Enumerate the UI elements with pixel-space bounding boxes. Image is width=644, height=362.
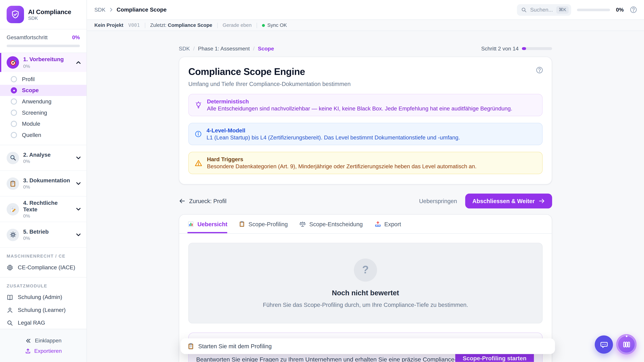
last-step: Zuletzt: Compliance Scope	[150, 22, 212, 28]
sidebar-item-scope[interactable]: Scope	[0, 85, 86, 96]
sidebar-section-betrieb[interactable]: 5. Betrieb 0%	[0, 222, 86, 248]
sidebar-section-rechtliche-texte[interactable]: 4. Rechtliche Texte 0%	[0, 196, 86, 222]
scales-icon	[299, 221, 306, 227]
item-label: Anwendung	[22, 98, 52, 105]
tab-export[interactable]: Export	[374, 215, 401, 233]
shield-check-icon	[10, 9, 20, 19]
upload-icon	[25, 348, 31, 354]
chevron-down-icon	[75, 232, 82, 238]
item-label: Profil	[22, 76, 35, 82]
radio-circle-icon	[11, 110, 17, 116]
back-button[interactable]: Zurueck: Profil	[179, 198, 226, 204]
section-progress: 0%	[23, 236, 71, 241]
tab-scope-profiling[interactable]: Scope-Profiling	[239, 215, 288, 233]
item-label: Schulung (Admin)	[18, 294, 62, 300]
magnifier-icon	[6, 151, 19, 164]
sidebar-section-vorbereitung[interactable]: 1. Vorbereitung 0%	[0, 53, 86, 72]
panel-fab-button[interactable]	[616, 334, 636, 355]
divider	[145, 22, 145, 28]
clipboard-icon	[239, 221, 245, 227]
divider	[256, 22, 257, 28]
sidebar-item-quellen[interactable]: Quellen	[0, 129, 86, 141]
tab-bar: Uebersicht Scope-Profiling	[179, 215, 552, 234]
breadcrumb-root[interactable]: SDK	[94, 6, 106, 13]
chat-fab-button[interactable]	[595, 335, 613, 354]
tab-label: Export	[384, 221, 401, 227]
breadcrumb-current-step: Scope	[258, 45, 274, 52]
floating-hint-bar[interactable]: Starten Sie mit dem Profiling	[180, 338, 555, 354]
section-label: 3. Dokumentation	[23, 177, 71, 184]
sidebar-section-analyse[interactable]: 2. Analyse 0%	[0, 145, 86, 171]
main-scroll-area[interactable]: SDK Phase 1: Assessment Scope Schritt 2 …	[87, 31, 644, 362]
app-window: AI Compliance SDK Gesamtfortschritt 0% 1…	[0, 0, 644, 362]
content-area: SDK Compliance Scope Suchen... ⌘K 0%	[87, 0, 644, 362]
sidebar-item-schulung-admin[interactable]: Schulung (Admin)	[0, 291, 86, 304]
info-box-title: Deterministisch	[207, 98, 512, 105]
item-label: CE-Compliance (IACE)	[18, 264, 75, 271]
collapse-sidebar-button[interactable]: Einklappen	[25, 337, 62, 344]
wizard-nav-row: Zurueck: Profil Ueberspringen Abschliess…	[179, 194, 552, 209]
export-button[interactable]: Exportieren	[25, 348, 62, 354]
tab-uebersicht[interactable]: Uebersicht	[188, 215, 228, 233]
chevron-down-icon	[75, 206, 82, 212]
memo-icon	[6, 203, 19, 215]
chevron-right-icon	[108, 7, 114, 12]
info-box-title: 4-Level-Modell	[206, 127, 460, 134]
breadcrumb-phase[interactable]: Phase 1: Assessment	[198, 45, 250, 52]
search-placeholder: Suchen...	[530, 6, 553, 13]
info-box-hard-triggers: Hard Triggers Besondere Datenkategorien …	[188, 152, 542, 174]
back-label: Zurueck: Profil	[189, 198, 226, 204]
sync-ok-dot-icon	[262, 24, 265, 27]
gear-icon	[6, 228, 19, 241]
user-icon	[6, 307, 13, 313]
sidebar-item-schulung-learner[interactable]: Schulung (Learner)	[0, 304, 86, 317]
next-label: Abschliessen & Weiter	[472, 198, 535, 204]
clipboard-icon	[188, 343, 194, 350]
version-badge: V001	[128, 22, 140, 28]
sidebar-item-ce-compliance[interactable]: CE-Compliance (IACE)	[0, 261, 86, 274]
info-box-deterministisch: Deterministisch Alle Entscheidungen sind…	[188, 94, 542, 116]
lightbulb-icon	[194, 98, 202, 112]
sidebar-item-profil[interactable]: Profil	[0, 73, 86, 85]
info-box-level-modell: 4-Level-Modell L1 (Lean Startup) bis L4 …	[188, 123, 542, 145]
search-input[interactable]: Suchen... ⌘K	[517, 4, 571, 15]
info-box-text: Alle Entscheidungen sind nachvollziehbar…	[207, 105, 512, 112]
radio-circle-icon	[11, 98, 17, 105]
sidebar-section-dokumentation[interactable]: 3. Dokumentation 0%	[0, 171, 86, 196]
step-progress-fill	[522, 47, 526, 50]
item-label: Quellen	[22, 132, 41, 138]
item-label: Schulung (Learner)	[18, 307, 66, 313]
sidebar-item-module[interactable]: Module	[0, 118, 86, 130]
warning-icon	[194, 156, 202, 170]
sidebar-item-legal-rag[interactable]: Legal RAG	[0, 317, 86, 329]
complete-next-button[interactable]: Abschliessen & Weiter	[466, 194, 552, 209]
keyboard-shortcut-badge: ⌘K	[556, 6, 569, 13]
tab-label: Scope-Profiling	[248, 221, 288, 227]
help-icon[interactable]	[536, 66, 544, 74]
tab-label: Scope-Entscheidung	[309, 221, 363, 227]
app-title: AI Compliance	[28, 8, 71, 15]
overall-progress: Gesamtfortschritt 0%	[0, 29, 86, 53]
sync-status: Sync OK	[262, 22, 287, 28]
arrow-left-icon	[179, 198, 185, 204]
sidebar-item-anwendung[interactable]: Anwendung	[0, 96, 86, 107]
overall-progress-value: 0%	[72, 34, 80, 40]
section-items: Profil Scope Anwendung Screening Module …	[0, 72, 86, 145]
sidebar-item-screening[interactable]: Screening	[0, 107, 86, 118]
question-mark-icon: ?	[354, 258, 377, 281]
tab-scope-entscheidung[interactable]: Scope-Entscheidung	[299, 215, 363, 233]
last-saved-time: Gerade eben	[222, 22, 252, 28]
group-header-zusatzmodule: ZUSATZMODULE	[0, 278, 86, 291]
bar-chart-icon	[188, 221, 194, 227]
skip-button[interactable]: Ueberspringen	[419, 198, 457, 204]
double-chevron-left-icon	[25, 337, 32, 344]
chevron-down-icon	[75, 180, 82, 187]
cta-text: Beantworten Sie einige Fragen zu Ihrem U…	[196, 356, 456, 362]
radio-circle-icon	[11, 76, 17, 82]
empty-state: ? Noch nicht bewertet Führen Sie das Sco…	[188, 243, 542, 324]
section-label: 4. Rechtliche Texte	[23, 200, 71, 213]
breadcrumb-current: Compliance Scope	[116, 6, 166, 13]
sidebar: AI Compliance SDK Gesamtfortschritt 0% 1…	[0, 0, 87, 362]
breadcrumb-sdk[interactable]: SDK	[179, 45, 190, 52]
help-icon[interactable]	[630, 6, 638, 14]
